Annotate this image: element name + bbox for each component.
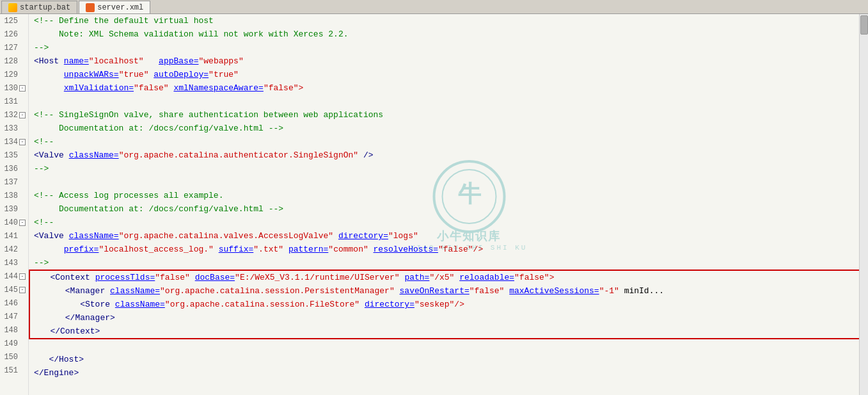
line-number-144: 144- <box>0 270 28 283</box>
code-line-134: <!-- <box>29 135 868 149</box>
space-segment <box>34 68 64 81</box>
code-line-129: unpackWARs="true" autoDeploy="true" <box>29 68 868 81</box>
value-segment: "org.apache.catalina.session.PersistentM… <box>160 284 395 298</box>
value-segment: "logs" <box>388 229 418 243</box>
code-line-147: </Manager> <box>30 311 867 325</box>
line-number-132: 132- <box>0 108 28 122</box>
comment-segment: --> <box>34 162 49 175</box>
tag-segment: <Store <box>80 298 110 311</box>
line-number-125: 125 <box>0 14 28 28</box>
line-number-128: 128 <box>0 54 28 68</box>
code-line-135: <Valve className="org.apache.catalina.au… <box>29 149 868 162</box>
attr-segment: name= <box>64 54 89 68</box>
attr-segment: directory= <box>338 229 388 243</box>
code-line-140: <!-- <box>29 216 868 229</box>
space-segment <box>35 271 50 284</box>
attr-segment: docBase= <box>195 271 235 284</box>
line-number-146: 146 <box>0 296 28 310</box>
value-segment: "false" <box>470 284 505 298</box>
fold-icon-144[interactable]: - <box>19 273 26 280</box>
comment-segment: --> <box>34 256 49 270</box>
space-segment <box>454 271 459 284</box>
value-segment: "true" <box>119 68 149 81</box>
space-segment <box>34 353 49 366</box>
fold-icon-134[interactable]: - <box>19 139 26 145</box>
attr-segment: className= <box>115 298 165 311</box>
comment-segment: Documentation at: /docs/config/valve.htm… <box>34 122 283 135</box>
value-segment: ".txt" <box>253 243 283 256</box>
space-segment <box>400 271 405 284</box>
value-segment: "false"> <box>514 271 554 284</box>
comment-segment: Note: XML Schema validation will not wor… <box>34 28 348 41</box>
tag-segment: <Valve <box>34 149 64 162</box>
attr-segment: resolveHosts= <box>374 243 438 256</box>
line-number-148: 148 <box>0 323 28 337</box>
editor-container: 牛 小牛知识库 XIAO NIU ZHI SHI KU 125126127128… <box>0 14 868 395</box>
code-line-146: <Store className="org.apache.catalina.se… <box>30 298 867 311</box>
tag-segment: <Manager <box>65 284 105 298</box>
value-segment: "localhost_access_log." <box>99 243 213 256</box>
line-number-129: 129 <box>0 68 28 81</box>
attr-segment: xmlNamespaceAware= <box>173 81 263 95</box>
value-segment: "false"> <box>264 81 303 95</box>
line-number-133: 133 <box>0 122 28 135</box>
attr-segment: className= <box>69 229 119 243</box>
comment-segment: --> <box>34 41 49 54</box>
code-line-151: </Engine> <box>29 366 868 380</box>
space-segment <box>34 81 64 95</box>
value-segment: "/x5" <box>429 271 454 284</box>
code-line-136: --> <box>29 162 868 175</box>
code-line-133: Documentation at: /docs/config/valve.htm… <box>29 122 868 135</box>
space-segment <box>35 284 65 298</box>
fold-icon-145[interactable]: - <box>19 287 26 293</box>
value-segment: "localhost" <box>89 54 144 68</box>
code-line-126: Note: XML Schema validation will not wor… <box>29 28 868 41</box>
line-number-140: 140- <box>0 216 28 229</box>
space-segment <box>619 284 624 298</box>
attr-segment: directory= <box>365 298 414 311</box>
attr-segment: unpackWARs= <box>64 68 119 81</box>
value-segment: "org.apache.catalina.session.FileStore" <box>165 298 359 311</box>
tag-segment: </Host> <box>49 353 84 366</box>
tab-server-xml[interactable]: server.xml <box>79 1 150 13</box>
line-number-126: 126 <box>0 28 28 41</box>
attr-segment: reloadable= <box>459 271 514 284</box>
space-segment <box>358 149 363 162</box>
space-segment <box>190 271 195 284</box>
space-segment <box>59 54 64 68</box>
code-line-142: prefix="localhost_access_log." suffix=".… <box>29 243 868 256</box>
code-line-137 <box>29 175 868 189</box>
xml-file-icon <box>86 3 95 12</box>
vertical-scrollbar[interactable] <box>859 14 868 395</box>
line-number-131: 131 <box>0 95 28 108</box>
tab-bar: startup.bat server.xml <box>0 0 868 14</box>
value-segment: "org.apache.catalina.authenticator.Singl… <box>119 149 358 162</box>
scrollbar-thumb[interactable] <box>860 15 868 35</box>
code-area[interactable]: <!-- Define the default virtual host Not… <box>29 14 868 395</box>
space-segment <box>359 298 365 311</box>
line-number-136: 136 <box>0 162 28 175</box>
line-number-137: 137 <box>0 175 28 189</box>
space-segment <box>148 68 154 81</box>
line-number-127: 127 <box>0 41 28 54</box>
value-segment: "webapps" <box>199 54 244 68</box>
attr-segment: autoDeploy= <box>154 68 209 81</box>
space-segment <box>395 284 400 298</box>
tab-startup-bat[interactable]: startup.bat <box>1 1 77 13</box>
comment-segment: <!-- SingleSignOn valve, share authentic… <box>34 108 383 122</box>
attr-segment: processTlds= <box>95 271 155 284</box>
space-segment <box>35 298 80 311</box>
space-segment <box>368 243 374 256</box>
tag-segment: </Context> <box>50 325 100 338</box>
attr-segment: pattern= <box>288 243 328 256</box>
line-number-134: 134- <box>0 135 28 149</box>
space-segment <box>64 229 69 243</box>
fold-icon-132[interactable]: - <box>19 112 26 118</box>
attr-segment: saveOnRestart= <box>400 284 470 298</box>
space-segment <box>105 284 110 298</box>
line-number-130: 130- <box>0 81 28 95</box>
code-line-139: Documentation at: /docs/config/valve.htm… <box>29 202 868 216</box>
code-line-128: <Host name="localhost" appBase="webapps" <box>29 54 868 68</box>
fold-icon-140[interactable]: - <box>19 220 26 226</box>
fold-icon-130[interactable]: - <box>19 85 26 92</box>
